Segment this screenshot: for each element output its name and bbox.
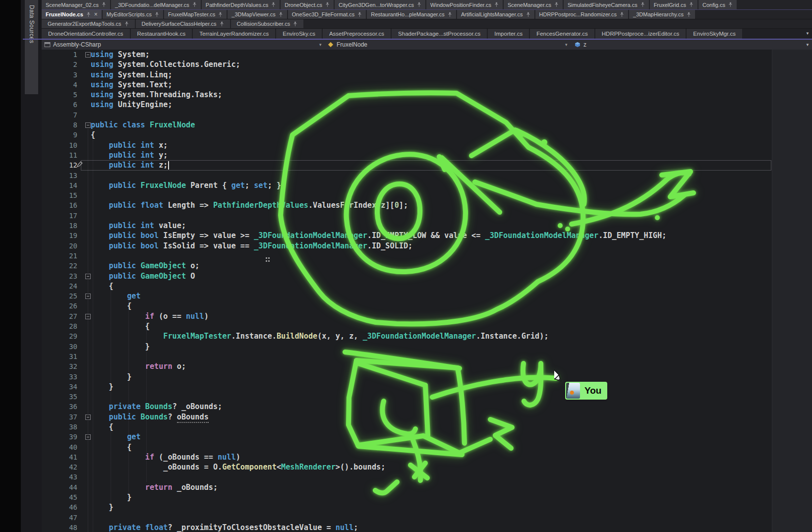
code-line: }	[91, 372, 812, 382]
breadcrumb-member-dropdown-icon[interactable]: ▾	[565, 40, 568, 50]
user-avatar	[566, 383, 580, 399]
tab-droneorientationcontroller-cs[interactable]: DroneOrientationController.cs	[42, 29, 130, 39]
breadcrumb-class-label: FruxelNode	[337, 41, 367, 48]
pin-icon[interactable]	[102, 2, 106, 7]
cursor-artifact	[266, 257, 267, 259]
tab-label: ArtificialLightsManager.cs	[461, 11, 523, 17]
tab-label: DroneObject.cs	[285, 2, 322, 8]
pin-icon[interactable]	[640, 2, 645, 7]
pin-icon[interactable]	[218, 12, 223, 17]
line-number: 30	[42, 342, 77, 352]
tab-assetpreprocessor-cs[interactable]: AssetPreprocessor.cs	[323, 29, 391, 39]
code-line	[91, 171, 812, 180]
code-line	[91, 110, 812, 120]
tab-onesec3d-fileformat-cs[interactable]: OneSec3D_FileFormat.cs	[288, 10, 366, 19]
tab-restauranthook-cs[interactable]: RestaurantHook.cs	[131, 29, 192, 39]
tab-enviroskymgr-cs[interactable]: EnviroSkyMgr.cs	[687, 29, 742, 39]
line-number: 42	[42, 462, 77, 472]
tab-generator2exportmaptools-cs[interactable]: Generator2ExportMapTools.cs	[42, 19, 135, 28]
code-line: return _oBounds;	[91, 482, 812, 492]
breadcrumb-overflow-icon[interactable]: ▼	[806, 43, 810, 47]
pin-icon[interactable]	[271, 2, 276, 7]
tab--3dmapviewer-cs[interactable]: _3DMapViewer.cs	[228, 10, 287, 19]
line-number: 36	[42, 402, 77, 412]
tab-pathfinderdepthvalues-cs[interactable]: PathfinderDepthValues.cs	[202, 0, 280, 9]
tab-overflow-icon[interactable]: ▼	[806, 31, 810, 36]
line-number: 22	[42, 261, 77, 271]
tab-restaurantho-plemanager-cs[interactable]: RestaurantHo...pleManager.cs	[367, 10, 456, 19]
pin-icon[interactable]	[124, 21, 129, 27]
line-number: 14	[42, 180, 77, 190]
tab-fruxelgrid-cs[interactable]: FruxelGrid.cs	[650, 0, 697, 9]
tab-simulatedfisheyecamera-cs[interactable]: SimulatedFisheyeCamera.cs	[564, 0, 649, 9]
line-number: 43	[42, 472, 77, 482]
pin-icon[interactable]	[325, 2, 330, 7]
line-number: 5	[42, 90, 77, 100]
tab-artificiallightsmanager-cs[interactable]: ArtificialLightsManager.cs	[457, 10, 534, 19]
project-icon	[44, 42, 51, 48]
pin-icon[interactable]	[293, 21, 297, 27]
code-line: return o;	[91, 361, 812, 371]
code-editor[interactable]: 1234567891011121314151617181920212223242…	[42, 50, 812, 532]
pin-icon[interactable]	[554, 2, 559, 7]
pin-icon[interactable]	[357, 12, 362, 17]
tab-label: HDRPPostproce...izerEditor.cs	[602, 31, 680, 37]
tab-label: FencesGenerator.cs	[536, 31, 588, 37]
breadcrumb-dropdown-icon[interactable]: ▾	[319, 40, 322, 50]
tab-deliverysurfaceclasshelper-cs[interactable]: DeliverySurfaceClassHelper.cs	[136, 19, 230, 28]
pin-icon[interactable]	[687, 12, 691, 17]
tab-myeditorscripts-cs[interactable]: MyEditorScripts.cs	[103, 10, 163, 19]
tab-label: Importer.cs	[494, 31, 522, 37]
line-number: 38	[42, 422, 77, 432]
breadcrumb-project[interactable]: Assembly-CSharp	[44, 40, 101, 50]
pin-icon[interactable]	[279, 12, 283, 17]
pin-icon[interactable]	[417, 2, 421, 7]
tab-fruxelmaptester-cs[interactable]: FruxelMapTester.cs	[164, 10, 227, 19]
pin-icon[interactable]	[494, 2, 499, 7]
pin-icon[interactable]	[220, 21, 224, 27]
tab-terrainlayerrandomizer-cs[interactable]: TerrainLayerRandomizer.cs	[193, 29, 275, 39]
line-number: 40	[42, 442, 77, 452]
fold-collapse-icon[interactable]	[85, 52, 91, 58]
close-tab-icon[interactable]: ×	[94, 11, 98, 18]
tab-citygen3dgen-torwrapper-cs[interactable]: CityGen3DGen...torWrapper.cs	[335, 0, 425, 9]
data-sources-vertical-tab[interactable]: Data Sources	[25, 0, 38, 94]
pin-icon[interactable]	[526, 12, 530, 17]
breadcrumb-class[interactable]: FruxelNode	[327, 40, 367, 50]
tab-shaderpackage-stprocessor-cs[interactable]: ShaderPackage...stProcessor.cs	[392, 29, 487, 39]
tab-scenemanager-02-cs[interactable]: SceneManager_02.cs	[42, 0, 110, 9]
breadcrumb-member[interactable]: z	[574, 40, 586, 50]
pin-icon[interactable]	[728, 2, 733, 7]
tab--3dfoundatio-delmanager-cs[interactable]: _3DFoundatio...delManager.cs	[111, 0, 201, 9]
code-line: {	[91, 422, 812, 432]
tab-scenemanager-cs[interactable]: SceneManager.cs	[504, 0, 563, 9]
tab-label: CityGen3DGen...torWrapper.cs	[339, 2, 414, 8]
tab-config-cs[interactable]: Config.cs	[698, 0, 737, 9]
scrollbar-area[interactable]	[772, 50, 812, 532]
line-number: 35	[42, 392, 77, 402]
pin-icon[interactable]	[192, 2, 197, 7]
tab-droneobject-cs[interactable]: DroneObject.cs	[281, 0, 334, 9]
tab--3dmaphierarchy-cs[interactable]: _3DMapHierarchy.cs	[629, 10, 695, 19]
tab-fruxelnode-cs[interactable]: FruxelNode.cs×	[42, 10, 102, 19]
pin-icon[interactable]	[620, 12, 624, 17]
tab-label: _3DMapHierarchy.cs	[633, 11, 684, 17]
tab-windowpositionfinder-cs[interactable]: WindowPositionFinder.cs	[426, 0, 503, 9]
pin-icon[interactable]	[155, 12, 159, 17]
pin-icon[interactable]	[86, 12, 91, 17]
tab-hdrppostproce-izereditor-cs[interactable]: HDRPPostproce...izerEditor.cs	[595, 29, 686, 39]
pin-icon[interactable]	[448, 12, 452, 17]
pin-icon[interactable]	[689, 2, 694, 7]
tab-importer-cs[interactable]: Importer.cs	[488, 29, 529, 39]
tab-hdrppostproc-randomizer-cs[interactable]: HDRPPostproc...Randomizer.cs	[535, 10, 629, 19]
line-number-gutter: 1234567891011121314151617181920212223242…	[42, 50, 77, 532]
fold-collapse-icon[interactable]	[85, 122, 91, 128]
tab-label: SimulatedFisheyeCamera.cs	[568, 2, 638, 8]
vs-editor-window: Data Sources SceneManager_02.cs_3DFounda…	[0, 0, 812, 532]
tab-fencesgenerator-cs[interactable]: FencesGenerator.cs	[530, 29, 594, 39]
line-number: 27	[42, 311, 77, 321]
tab-envirosky-cs[interactable]: EnviroSky.cs	[276, 29, 322, 39]
tab-label: DroneOrientationController.cs	[48, 31, 123, 37]
code-text[interactable]: using System;using System.Collections.Ge…	[91, 50, 812, 532]
tab-collisionsubscriber-cs[interactable]: CollisionSubscriber.cs	[231, 19, 304, 28]
